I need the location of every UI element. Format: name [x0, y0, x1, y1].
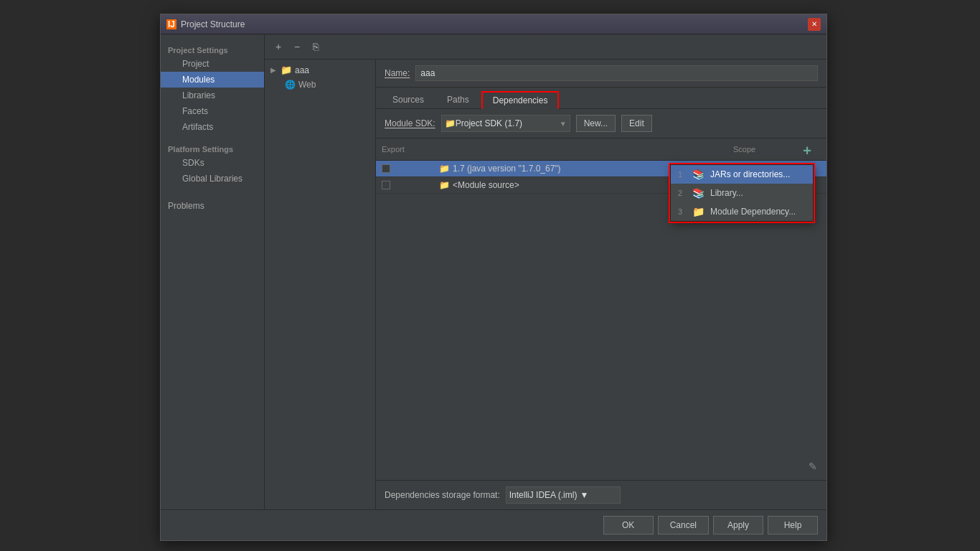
sidebar-item-libraries[interactable]: Libraries	[161, 88, 264, 103]
module-list: ▶ 📁 aaa 🌐 Web	[265, 60, 376, 509]
dropdown-item-library[interactable]: 2 📚 Library...	[671, 184, 813, 202]
col-scope: Scope	[733, 145, 805, 154]
dropdown-num-3: 3	[678, 207, 687, 216]
dropdown-label-module-dep: Module Dependency...	[710, 207, 796, 217]
sdk-folder-icon: 📁	[445, 118, 456, 128]
ok-button[interactable]: OK	[603, 516, 654, 534]
dialog-footer: OK Cancel Apply Help	[161, 509, 826, 540]
sidebar: Project Settings Project Modules Librari…	[161, 34, 265, 509]
dep-name-sdk: 1.7 (java version "1.7.0_67")	[453, 164, 561, 174]
help-button[interactable]: Help	[768, 516, 818, 534]
name-row: Name:	[376, 60, 826, 88]
add-module-button[interactable]: +	[270, 39, 286, 55]
dep-folder-icon-2: 📁	[439, 180, 450, 190]
web-icon: 🌐	[285, 80, 296, 90]
dropdown-num-1: 1	[678, 170, 687, 179]
storage-value: IntelliJ IDEA (.iml)	[509, 490, 578, 500]
storage-format-row: Dependencies storage format: IntelliJ ID…	[376, 480, 826, 509]
copy-module-button[interactable]: ⎘	[308, 39, 324, 55]
new-sdk-button[interactable]: New...	[576, 115, 616, 132]
apply-button[interactable]: Apply	[713, 516, 763, 534]
storage-label: Dependencies storage format:	[385, 490, 500, 500]
module-item-aaa[interactable]: ▶ 📁 aaa	[265, 62, 375, 77]
export-cell-2	[382, 181, 439, 189]
module-name-web: Web	[298, 80, 316, 90]
dep-folder-icon: 📁	[439, 164, 450, 174]
module-dep-icon: 📁	[692, 206, 705, 217]
dropdown-item-module-dep[interactable]: 3 📁 Module Dependency...	[671, 202, 813, 221]
dropdown-item-jars[interactable]: 1 📚 JARs or directories...	[671, 165, 813, 184]
module-subitem-web[interactable]: 🌐 Web	[265, 77, 375, 92]
storage-arrow-icon: ▼	[580, 490, 588, 500]
edit-dependency-button[interactable]: ✎	[805, 458, 821, 474]
export-cell	[382, 164, 439, 173]
dropdown-label-jars: JARs or directories...	[710, 169, 790, 179]
col-export: Export	[382, 145, 439, 154]
edit-sdk-button[interactable]: Edit	[621, 115, 652, 132]
module-folder-icon: 📁	[281, 65, 292, 75]
add-dependency-button[interactable]: +	[799, 143, 815, 159]
remove-module-button[interactable]: −	[289, 39, 305, 55]
module-toolbar: + − ⎘	[265, 34, 826, 60]
sdk-select[interactable]: 📁 Project SDK (1.7) ▼	[441, 115, 570, 132]
sidebar-item-global-libraries[interactable]: Global Libraries	[161, 171, 264, 187]
tab-dependencies[interactable]: Dependencies	[481, 91, 560, 109]
dropdown-label-library: Library...	[710, 188, 743, 198]
dropdown-num-2: 2	[678, 189, 687, 197]
sdk-value: Project SDK (1.7)	[456, 118, 522, 128]
module-name-aaa: aaa	[295, 65, 309, 75]
close-button[interactable]: ✕	[808, 18, 821, 31]
name-label: Name:	[385, 68, 410, 78]
module-content: Name: Sources Paths De	[376, 60, 826, 509]
tabs-row: Sources Paths Dependencies	[376, 88, 826, 109]
jars-icon: 📚	[692, 169, 705, 180]
sidebar-item-modules[interactable]: Modules	[161, 72, 264, 88]
title-bar: IJ Project Structure ✕	[161, 14, 826, 34]
sidebar-item-problems[interactable]: Problems	[161, 198, 264, 214]
platform-settings-label: Platform Settings	[161, 142, 264, 155]
storage-select[interactable]: IntelliJ IDEA (.iml) ▼	[506, 486, 621, 504]
sidebar-item-facets[interactable]: Facets	[161, 103, 264, 119]
sidebar-item-sdks[interactable]: SDKs	[161, 155, 264, 171]
sidebar-item-project[interactable]: Project	[161, 56, 264, 72]
export-checkbox-2[interactable]	[382, 181, 390, 189]
cancel-button[interactable]: Cancel	[658, 516, 709, 534]
sdk-dropdown-arrow-icon: ▼	[560, 120, 567, 128]
sidebar-item-artifacts[interactable]: Artifacts	[161, 119, 264, 135]
sdk-label: Module SDK:	[385, 118, 435, 128]
dep-name-module-source: <Module source>	[453, 180, 519, 190]
dialog-title: Project Structure	[181, 19, 245, 29]
dependencies-table: Export Scope + 1	[376, 138, 826, 480]
table-header: Export Scope + 1	[376, 138, 826, 161]
app-icon: IJ	[166, 19, 176, 29]
sdk-row: Module SDK: 📁 Project SDK (1.7) ▼ New...…	[376, 109, 826, 138]
project-settings-label: Project Settings	[161, 43, 264, 56]
tab-paths[interactable]: Paths	[436, 91, 480, 109]
library-icon: 📚	[692, 187, 705, 199]
expand-arrow-icon: ▶	[270, 66, 278, 74]
tab-sources[interactable]: Sources	[382, 91, 435, 109]
name-input[interactable]	[415, 65, 818, 81]
export-checkbox[interactable]	[382, 164, 390, 173]
add-dependency-dropdown: 1 📚 JARs or directories... 2 📚 Library..…	[670, 164, 814, 222]
